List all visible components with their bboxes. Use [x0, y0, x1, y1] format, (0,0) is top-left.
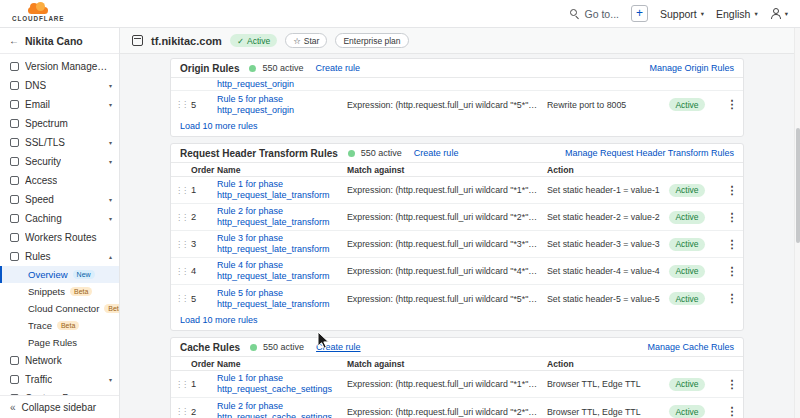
sidebar-item-label: Workers Routes [25, 232, 97, 243]
load-more-link[interactable]: Load 10 more rules [171, 118, 743, 136]
status-badge: Active [669, 211, 705, 224]
create-rule-link[interactable]: Create rule [315, 63, 360, 73]
sidebar-badge: Beta [70, 287, 92, 296]
rule-order: 3 [191, 239, 217, 249]
sidebar-item-traffic[interactable]: Traffic▾ [0, 370, 119, 389]
table-header-row: OrderNameMatch againstAction [171, 357, 743, 371]
manage-rules-link[interactable]: Manage Request Header Transform Rules [565, 148, 734, 158]
site-icon [132, 35, 143, 46]
cloudflare-cloud-icon [28, 7, 48, 14]
sidebar-item-rules[interactable]: Rules▴ [0, 247, 119, 266]
chevron-down-icon: ▾ [109, 158, 112, 165]
section-title: Origin Rules [180, 63, 239, 74]
cloudflare-wordmark: CLOUDFLARE [12, 15, 64, 22]
drag-handle-icon[interactable]: ⋮⋮ [175, 407, 191, 416]
rule-name-link[interactable]: Rule 5 for phasehttp_request_origin [217, 94, 347, 116]
sidebar-item-cloud-connector[interactable]: Cloud ConnectorBeta [0, 300, 119, 317]
rule-name-link[interactable]: http_request_origin [217, 79, 347, 90]
plan-badge: Enterprise plan [335, 33, 408, 48]
kebab-menu-icon[interactable]: ⋮ [721, 98, 743, 111]
kebab-menu-icon[interactable]: ⋮ [721, 184, 743, 197]
kebab-menu-icon[interactable]: ⋮ [721, 405, 743, 418]
manage-rules-link[interactable]: Manage Origin Rules [649, 63, 734, 73]
table-body: ⋮⋮ http_request_origin ⋮⋮ 5 Rule 5 for p… [171, 78, 743, 118]
rule-name-link[interactable]: Rule 2 for phasehttp_request_cache_setti… [217, 401, 347, 418]
drag-handle-icon[interactable]: ⋮⋮ [175, 186, 191, 195]
column-header: Order [191, 359, 217, 369]
sidebar-item-access[interactable]: Access [0, 171, 119, 190]
drag-handle-icon[interactable]: ⋮⋮ [175, 294, 191, 303]
sidebar-item-ssl-tls[interactable]: SSL/TLS▾ [0, 133, 119, 152]
sidebar-item-spectrum[interactable]: Spectrum [0, 114, 119, 133]
drag-handle-icon[interactable]: ⋮⋮ [175, 267, 191, 276]
sidebar-item-caching[interactable]: Caching▾ [0, 209, 119, 228]
language-menu[interactable]: English ▾ [716, 8, 758, 20]
drag-handle-icon[interactable]: ⋮⋮ [175, 213, 191, 222]
rule-name-link[interactable]: Rule 3 for phasehttp_request_late_transf… [217, 233, 347, 255]
kebab-menu-icon[interactable]: ⋮ [721, 292, 743, 305]
star-button[interactable]: ☆Star [285, 33, 327, 48]
support-menu[interactable]: Support ▾ [660, 8, 704, 20]
goto-search[interactable]: Go to... [569, 8, 619, 20]
sidebar-item-dns[interactable]: DNS▾ [0, 76, 119, 95]
column-header: Action [547, 359, 669, 369]
status-badge: Active [669, 265, 705, 278]
sidebar-item-speed[interactable]: Speed▾ [0, 190, 119, 209]
table-row: ⋮⋮ 5 Rule 5 for phasehttp_request_late_t… [171, 285, 743, 312]
rule-order: 5 [191, 100, 217, 110]
sidebar-subitem-label: Trace [28, 320, 52, 331]
sidebar-item-network[interactable]: Network [0, 351, 119, 370]
kebab-menu-icon[interactable]: ⋮ [721, 265, 743, 278]
table-row: ⋮⋮ 2 Rule 2 for phasehttp_request_cache_… [171, 398, 743, 418]
rule-name-link[interactable]: Rule 2 for phasehttp_request_late_transf… [217, 206, 347, 228]
sidebar-item-snippets[interactable]: SnippetsBeta [0, 283, 119, 300]
kebab-menu-icon[interactable]: ⋮ [721, 211, 743, 224]
sidebar-item-overview[interactable]: OverviewNew [0, 266, 119, 283]
sidebar-item-page-rules[interactable]: Page Rules [0, 334, 119, 351]
rule-expression: Expression: (http.request.full_uri wildc… [347, 100, 547, 110]
rule-name-link[interactable]: Rule 1 for phasehttp_request_cache_setti… [217, 373, 347, 395]
access-icon [10, 176, 19, 185]
drag-handle-icon[interactable]: ⋮⋮ [175, 100, 191, 109]
drag-handle-icon[interactable]: ⋮⋮ [175, 380, 191, 389]
check-icon: ✓ [237, 36, 244, 46]
rule-name-link[interactable]: Rule 1 for phasehttp_request_late_transf… [217, 179, 347, 201]
sidebar-item-version-management[interactable]: Version Management [0, 57, 119, 76]
rules-content: Origin Rules 550 active Create rule Mana… [120, 54, 800, 418]
sidebar-item-label: Security [25, 156, 61, 167]
table-row: ⋮⋮ 3 Rule 3 for phasehttp_request_late_t… [171, 231, 743, 258]
sidebar-item-security[interactable]: Security▾ [0, 152, 119, 171]
rules-section: Origin Rules 550 active Create rule Mana… [170, 58, 744, 137]
back-arrow-icon: ← [9, 35, 19, 46]
sidebar-item-trace[interactable]: TraceBeta [0, 317, 119, 334]
table-row: ⋮⋮ 5 Rule 5 for phasehttp_request_origin… [171, 91, 743, 118]
create-rule-link[interactable]: Create rule [414, 148, 459, 158]
rule-name-link[interactable]: Rule 5 for phasehttp_request_late_transf… [217, 288, 347, 310]
drag-handle-icon[interactable]: ⋮⋮ [175, 240, 191, 249]
add-button[interactable]: + [631, 5, 648, 22]
rule-name-link[interactable]: Rule 4 for phasehttp_request_late_transf… [217, 260, 347, 282]
active-dot-icon [348, 150, 355, 157]
cloudflare-logo[interactable]: CLOUDFLARE [12, 5, 64, 22]
collapse-sidebar-button[interactable]: « Collapse sidebar [0, 395, 119, 418]
kebab-menu-icon[interactable]: ⋮ [721, 238, 743, 251]
rule-order: 4 [191, 266, 217, 276]
status-badge: Active [669, 405, 705, 418]
account-menu[interactable]: ▾ [770, 8, 788, 19]
kebab-menu-icon[interactable]: ⋮ [721, 378, 743, 391]
create-rule-link[interactable]: Create rule [316, 342, 361, 352]
load-more-link[interactable]: Load 10 more rules [171, 312, 743, 330]
scrollbar[interactable] [794, 28, 800, 418]
sidebar-item-label: Email [25, 99, 50, 110]
sidebar-item-email[interactable]: Email▾ [0, 95, 119, 114]
manage-rules-link[interactable]: Manage Cache Rules [647, 342, 734, 352]
status-badge: Active [669, 378, 705, 391]
rule-expression: Expression: (http.request.full_uri wildc… [347, 239, 547, 249]
zone-status-label: Active [247, 36, 270, 46]
table-body: ⋮⋮ 1 Rule 1 for phasehttp_request_cache_… [171, 371, 743, 418]
status-badge: Active [669, 98, 705, 111]
account-switcher[interactable]: ← Nikita Cano [0, 28, 119, 54]
scrollbar-thumb[interactable] [796, 128, 800, 243]
sidebar-item-workers-routes[interactable]: Workers Routes [0, 228, 119, 247]
rule-expression: Expression: (http.request.full_uri wildc… [347, 294, 547, 304]
